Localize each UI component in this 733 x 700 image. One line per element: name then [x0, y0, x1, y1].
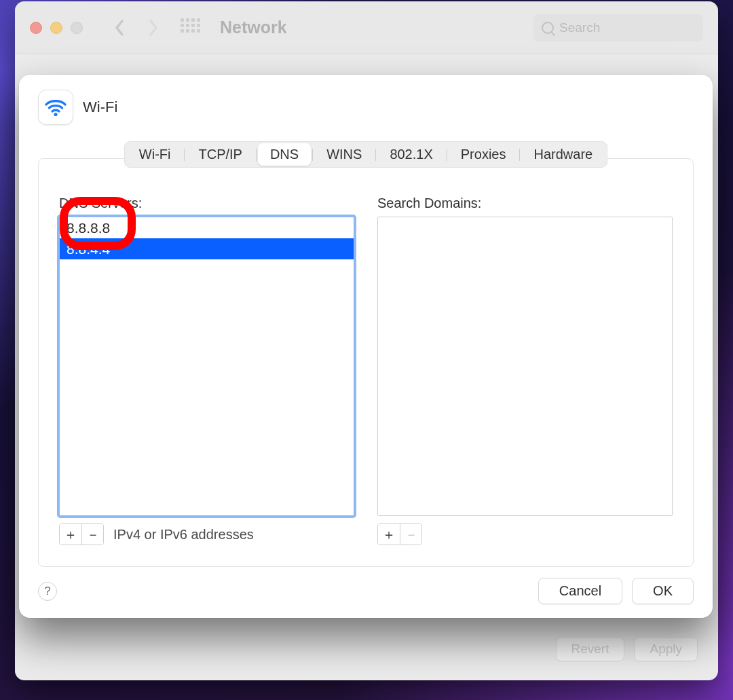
search-domains-add-button[interactable]: ＋ — [378, 524, 400, 545]
parent-action-buttons: Revert Apply — [556, 637, 698, 661]
apply-button[interactable]: Apply — [634, 637, 698, 661]
wifi-icon — [38, 90, 73, 125]
search-placeholder: Search — [559, 20, 600, 35]
dns-entry[interactable]: 8.8.4.4 — [60, 238, 354, 259]
tab-bar: Wi-FiTCP/IPDNSWINS802.1XProxiesHardware — [124, 141, 607, 168]
search-domains-list[interactable] — [377, 217, 673, 516]
revert-button[interactable]: Revert — [556, 637, 625, 661]
dns-servers-label: DNS Servers: — [59, 196, 354, 211]
search-icon — [542, 22, 554, 34]
zoom-window-button[interactable] — [71, 22, 83, 34]
tab-proxies[interactable]: Proxies — [449, 143, 519, 166]
dns-add-remove: ＋ － — [59, 523, 104, 545]
titlebar: Network Search — [15, 1, 718, 54]
tab-wins[interactable]: WINS — [314, 143, 374, 166]
dns-servers-list[interactable]: 8.8.8.88.8.4.4 — [59, 217, 354, 516]
sheet-title: Wi-Fi — [83, 98, 117, 116]
tab-hardware[interactable]: Hardware — [521, 143, 605, 166]
dns-add-button[interactable]: ＋ — [60, 524, 81, 545]
dns-remove-button[interactable]: － — [81, 524, 103, 545]
window-controls — [30, 22, 83, 34]
wifi-advanced-sheet: Wi-Fi Wi-FiTCP/IPDNSWINS802.1XProxiesHar… — [19, 75, 713, 618]
search-domains-label: Search Domains: — [377, 196, 673, 211]
svg-point-0 — [54, 113, 57, 116]
dns-panel: DNS Servers: 8.8.8.88.8.4.4 ＋ － IPv4 or … — [38, 158, 694, 567]
tab-wifi[interactable]: Wi-Fi — [127, 143, 183, 166]
dns-hint: IPv4 or IPv6 addresses — [113, 527, 254, 542]
help-button[interactable]: ? — [38, 582, 57, 601]
back-button[interactable] — [106, 14, 133, 41]
ok-button[interactable]: OK — [632, 578, 694, 604]
cancel-button[interactable]: Cancel — [538, 578, 622, 604]
tab-8021x[interactable]: 802.1X — [377, 143, 445, 166]
all-preferences-icon[interactable] — [181, 18, 200, 37]
close-window-button[interactable] — [30, 22, 42, 34]
search-domains-remove-button[interactable]: － — [400, 524, 421, 545]
window-title: Network — [220, 18, 287, 37]
dns-entry[interactable]: 8.8.8.8 — [60, 217, 354, 238]
tab-dns[interactable]: DNS — [258, 143, 311, 166]
forward-button[interactable] — [140, 14, 167, 41]
search-input[interactable]: Search — [533, 14, 703, 41]
minimize-window-button[interactable] — [50, 22, 62, 34]
search-domains-add-remove: ＋ － — [377, 523, 422, 545]
tab-tcpip[interactable]: TCP/IP — [186, 143, 254, 166]
